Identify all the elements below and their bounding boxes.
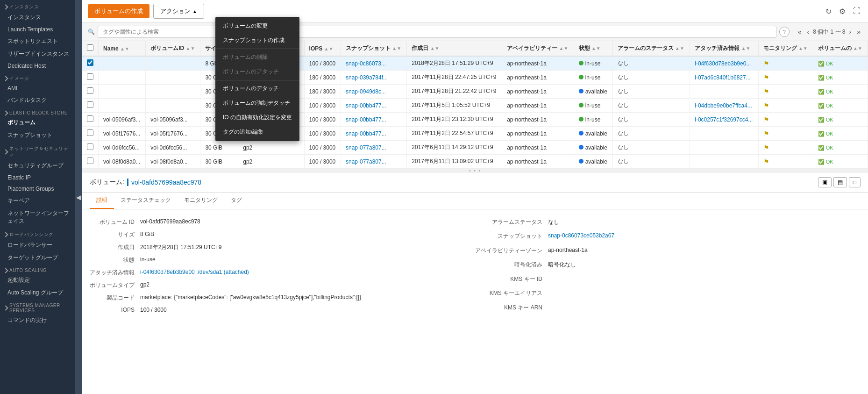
snapshot-link-7[interactable]: snap-077a807... [346, 158, 386, 165]
sidebar-item-セキュリティグループ[interactable]: セキュリティグループ [0, 159, 75, 172]
sidebar-item-ネットワークインターフェイス[interactable]: ネットワークインターフェイス [0, 207, 75, 228]
refresh-button[interactable]: ↻ [824, 5, 833, 18]
table-row[interactable]: 30 GiBgp2180 / 3000snap-0949d8c...2017年1… [82, 85, 868, 99]
detail-tab-ステータスチェック[interactable]: ステータスチェック [114, 193, 178, 209]
sidebar-collapse-button[interactable]: ◀ [75, 0, 82, 394]
sidebar-item-リザーブドインスタンス[interactable]: リザーブドインスタンス [0, 48, 75, 60]
dropdown-item-4[interactable]: ボリュームのデタッチ [215, 81, 299, 96]
snapshot-label: スナップショット [475, 231, 542, 242]
table-row[interactable]: vol-05096af3...vol-05096af3...30 GiBgp21… [82, 113, 868, 127]
attached-link-1[interactable]: i-07ad6c840f1b6827... [695, 74, 750, 81]
sidebar-item-ボリューム[interactable]: ボリューム [0, 116, 75, 129]
sidebar-item-Elastic-IP[interactable]: Elastic IP [0, 172, 75, 183]
table-row[interactable]: 30 GiBgp2100 / 3000snap-00bb477...2017年1… [82, 99, 868, 113]
state-label: 状態 [90, 255, 135, 265]
attached-link-3[interactable]: i-04dbbe9e0be7ffca4... [695, 102, 752, 109]
table-cell-5-7: ap-northeast-1a [502, 127, 574, 141]
row-checkbox-6[interactable] [82, 141, 99, 155]
snapshot-link-2[interactable]: snap-0949d8c... [346, 88, 386, 95]
table-cell-1-7: ap-northeast-1a [502, 71, 574, 85]
sidebar-item-バンドルタスク[interactable]: バンドルタスク [0, 94, 75, 107]
sidebar-section-ネットワーク＆セキュリティ: ネットワーク＆セキュリティ [0, 142, 75, 159]
last-page-button[interactable]: » [855, 27, 862, 36]
size-label: サイズ [90, 229, 135, 240]
pane-resizer[interactable]: • • • [82, 169, 868, 172]
detail-tab-説明[interactable]: 説明 [90, 193, 114, 209]
table-cell-2-9: なし [612, 85, 690, 99]
search-input[interactable] [98, 26, 776, 38]
settings-button[interactable]: ⚙ [837, 5, 847, 18]
search-help-button[interactable]: ? [779, 27, 790, 37]
action-button[interactable]: アクション ▲ [153, 4, 204, 19]
next-page-button[interactable]: › [847, 27, 854, 36]
detail-tab-モニタリング[interactable]: モニタリング [178, 193, 224, 209]
sidebar-item-ロードバランサー[interactable]: ロードバランサー [0, 239, 75, 251]
sidebar-item-スナップショット[interactable]: スナップショット [0, 129, 75, 142]
table-row[interactable]: vol-08f0d8a0...vol-08f0d8a0...30 GiBgp21… [82, 155, 868, 169]
monitoring-icon-4: ⚑ [763, 116, 769, 123]
row-checkbox-5[interactable] [82, 127, 99, 141]
row-checkbox-7[interactable] [82, 155, 99, 169]
sidebar-item-Auto-Scaling-グループ[interactable]: Auto Scaling グループ [0, 287, 75, 299]
attached-link-4[interactable]: i-0c0257c1f32697cc4... [695, 116, 753, 123]
snapshot-link-5[interactable]: snap-00bb477... [346, 130, 386, 137]
detail-panel: ボリューム: vol-0afd57699aa8ec978 ▣ ▤ □ 説明ステー… [82, 172, 868, 394]
sidebar-item-インスタンス[interactable]: インスタンス [0, 11, 75, 24]
row-checkbox-2[interactable] [82, 85, 99, 99]
sort-icon-9: ▲▼ [675, 46, 684, 51]
sidebar-section-ロードバランシング: ロードバランシング [0, 228, 75, 239]
detail-content: ボリューム ID vol-0afd57699aa8ec978 サイズ 8 GiB… [82, 209, 868, 322]
table-cell-7-6: 2017年6月11日 13:09:02 UTC+9 [407, 155, 502, 169]
sidebar-item-スポットリクエスト[interactable]: スポットリクエスト [0, 35, 75, 48]
status-dot-4 [579, 117, 583, 122]
sidebar-item-起動設定[interactable]: 起動設定 [0, 274, 75, 287]
fullscreen-button[interactable]: ⛶ [851, 5, 862, 17]
dropdown-item-1[interactable]: スナップショットの作成 [215, 33, 299, 48]
sidebar-item-キーペア[interactable]: キーペア [0, 194, 75, 207]
pagination: « ‹ 8 個中 1 〜 8 › » [796, 27, 862, 36]
table-cell-3-7: ap-northeast-1a [502, 99, 574, 113]
table-row[interactable]: vol-05f17676...vol-05f17676...30 GiBgp21… [82, 127, 868, 141]
select-all-checkbox[interactable] [87, 44, 93, 51]
snapshot-link-4[interactable]: snap-00bb477... [346, 116, 386, 123]
vol-status-badge-2: ✅ OK [818, 89, 833, 94]
detail-tab-タグ[interactable]: タグ [224, 193, 249, 209]
table-cell-3-8: in-use [574, 99, 612, 113]
table-row[interactable]: vol-0d6fcc56...vol-0d6fcc56...30 GiBgp21… [82, 141, 868, 155]
table-cell-1-5: snap-039a784f... [341, 71, 406, 85]
sidebar-item-Dedicated-Host[interactable]: Dedicated Host [0, 60, 75, 72]
table-row[interactable]: 8 GiBgp2100 / 3000snap-0c86073...2018年2月… [82, 56, 868, 71]
row-checkbox-3[interactable] [82, 99, 99, 113]
snapshot-link-3[interactable]: snap-00bb477... [346, 102, 386, 109]
table-cell-6-10 [690, 141, 758, 155]
col-header-12: ボリュームの ▲▼ [813, 41, 868, 56]
sidebar-item-AMI[interactable]: AMI [0, 83, 75, 94]
snapshot-link-1[interactable]: snap-039a784f... [346, 74, 388, 81]
first-page-button[interactable]: « [796, 27, 804, 36]
attached-link-0[interactable]: i-04f630d78eb3b9e0... [695, 60, 751, 67]
dropdown-item-5[interactable]: ボリュームの強制デタッチ [215, 96, 299, 110]
snapshot-link-6[interactable]: snap-077a807... [346, 144, 386, 151]
row-checkbox-0[interactable] [82, 56, 99, 71]
dropdown-item-6[interactable]: IO の自動有効化設定を変更 [215, 110, 299, 125]
sidebar-item-Launch-Templates[interactable]: Launch Templates [0, 24, 75, 35]
snapshot-link-0[interactable]: snap-0c86073... [346, 60, 386, 67]
detail-panel-icon1[interactable]: ▣ [818, 177, 832, 187]
create-volume-button[interactable]: ボリュームの作成 [88, 4, 149, 18]
detail-tabs: 説明ステータスチェックモニタリングタグ [82, 193, 868, 209]
sidebar-item-Placement-Groups[interactable]: Placement Groups [0, 183, 75, 194]
sidebar-item-ターゲットグループ[interactable]: ターゲットグループ [0, 251, 75, 264]
dropdown-item-0[interactable]: ボリュームの変更 [215, 19, 299, 33]
row-checkbox-4[interactable] [82, 113, 99, 127]
dropdown-item-7[interactable]: タグの追加/編集 [215, 125, 299, 139]
snapshot-value[interactable]: snap-0c86073ce053b2a67 [548, 231, 861, 240]
table-cell-6-8: available [574, 141, 612, 155]
attached-value[interactable]: i-04f630d78eb3b9e00 :/dev/sda1 (attached… [140, 267, 475, 277]
table-cell-2-6: 2017年11月28日 21:22:42 UTC+9 [407, 85, 502, 99]
table-row[interactable]: 30 GiBgp2180 / 3000snap-039a784f...2017年… [82, 71, 868, 85]
row-checkbox-1[interactable] [82, 71, 99, 85]
detail-panel-icon3[interactable]: □ [849, 177, 861, 187]
prev-page-button[interactable]: ‹ [805, 27, 811, 36]
detail-panel-icon2[interactable]: ▤ [833, 177, 847, 187]
sidebar-item-コマンドの実行[interactable]: コマンドの実行 [0, 314, 75, 327]
